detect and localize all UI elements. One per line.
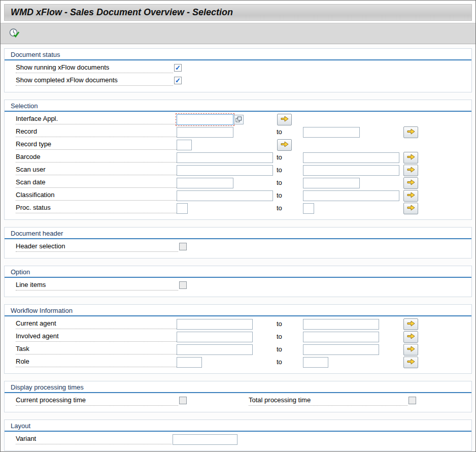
task-multiselect-button[interactable] xyxy=(403,344,418,356)
multiple-selection-arrow-icon xyxy=(406,191,416,201)
show-running-checkbox[interactable]: ✓ xyxy=(174,64,182,72)
row-involved-agent: Involved agent to xyxy=(5,331,471,344)
proc-status-from-input[interactable] xyxy=(177,203,188,214)
multiple-selection-arrow-icon xyxy=(280,115,289,124)
to-label: to xyxy=(277,191,282,199)
current-agent-to-input[interactable] xyxy=(303,319,379,330)
record-type-multiselect-button[interactable] xyxy=(277,139,292,151)
row-scan-date: Scan date to xyxy=(5,177,471,190)
row-header-selection: Header selection xyxy=(5,241,471,254)
row-show-completed: Show completed xFlow documents ✓ xyxy=(5,75,471,88)
field-label: Current agent xyxy=(16,319,177,329)
row-proc-status: Proc. status to xyxy=(5,203,471,215)
role-multiselect-button[interactable] xyxy=(403,357,418,368)
field-label: Total processing time xyxy=(249,396,407,406)
to-label: to xyxy=(277,358,282,366)
barcode-multiselect-button[interactable] xyxy=(403,152,418,164)
section-display-processing-times: Display processing times Current process… xyxy=(4,381,472,412)
scan-user-from-input[interactable] xyxy=(177,165,273,176)
record-multiselect-button[interactable] xyxy=(403,126,418,138)
to-label: to xyxy=(277,179,282,186)
row-variant: Variant xyxy=(5,434,471,446)
scan-user-multiselect-button[interactable] xyxy=(403,165,418,176)
task-from-input[interactable] xyxy=(177,344,253,355)
scan-date-from-input[interactable] xyxy=(177,178,233,188)
classification-to-input[interactable] xyxy=(303,190,399,201)
execute-button[interactable] xyxy=(7,26,22,41)
checkmark-icon: ✓ xyxy=(175,64,181,71)
multiple-selection-arrow-icon xyxy=(280,140,289,150)
to-label: to xyxy=(277,166,282,174)
field-label: Record type xyxy=(16,140,177,150)
total-processing-time-checkbox[interactable] xyxy=(409,397,416,404)
field-label: Role xyxy=(16,358,177,367)
to-label: to xyxy=(277,333,282,340)
field-label: Current processing time xyxy=(16,396,178,406)
value-help-icon[interactable] xyxy=(234,115,244,124)
field-label: Scan user xyxy=(16,166,177,175)
barcode-from-input[interactable] xyxy=(177,152,273,163)
current-agent-multiselect-button[interactable] xyxy=(403,318,418,330)
header-selection-checkbox[interactable] xyxy=(179,243,187,250)
variant-input[interactable] xyxy=(173,434,237,445)
proc-status-to-input[interactable] xyxy=(303,203,314,214)
current-processing-time-checkbox[interactable] xyxy=(179,397,187,404)
interface-appl-multiselect-button[interactable] xyxy=(277,114,292,125)
involved-agent-from-input[interactable] xyxy=(177,332,253,342)
multiple-selection-arrow-icon xyxy=(406,332,416,342)
to-label: to xyxy=(277,153,282,161)
involved-agent-multiselect-button[interactable] xyxy=(403,331,418,343)
checkmark-icon: ✓ xyxy=(175,77,181,84)
multiple-selection-arrow-icon xyxy=(406,127,416,137)
show-completed-checkbox[interactable]: ✓ xyxy=(174,77,182,84)
row-role: Role to xyxy=(5,357,471,369)
section-document-status: Document status Show running xFlow docum… xyxy=(4,48,472,92)
scan-date-multiselect-button[interactable] xyxy=(403,177,418,189)
to-label: to xyxy=(277,345,282,353)
row-task: Task to xyxy=(5,344,471,357)
section-selection: Selection Interface Appl. xyxy=(4,100,472,220)
application-toolbar xyxy=(1,23,475,44)
field-label: Show completed xFlow documents xyxy=(16,76,173,86)
involved-agent-to-input[interactable] xyxy=(303,332,379,342)
section-title: Option xyxy=(5,266,471,277)
section-option: Option Line items xyxy=(4,266,472,297)
field-label: Scan date xyxy=(16,178,177,188)
field-label: Proc. status xyxy=(16,204,177,213)
row-processing-times: Current processing time Total processing… xyxy=(5,395,471,408)
section-document-header: Document header Header selection xyxy=(4,227,472,259)
selection-screen: Document status Show running xFlow docum… xyxy=(1,44,475,451)
role-from-input[interactable] xyxy=(177,357,202,368)
row-scan-user: Scan user to xyxy=(5,165,471,177)
classification-multiselect-button[interactable] xyxy=(403,190,418,202)
row-interface-appl: Interface Appl. xyxy=(5,114,471,126)
record-from-input[interactable] xyxy=(177,127,233,138)
multiple-selection-arrow-icon xyxy=(406,178,416,188)
record-type-input[interactable] xyxy=(177,140,192,150)
field-label: Interface Appl. xyxy=(16,115,177,124)
multiple-selection-arrow-icon xyxy=(406,204,416,213)
scan-user-to-input[interactable] xyxy=(303,165,399,176)
section-title: Selection xyxy=(5,100,471,111)
proc-status-multiselect-button[interactable] xyxy=(403,203,418,214)
multiple-selection-arrow-icon xyxy=(406,153,416,163)
row-current-agent: Current agent to xyxy=(5,318,471,331)
interface-appl-input[interactable] xyxy=(177,114,233,125)
classification-from-input[interactable] xyxy=(177,190,273,201)
task-to-input[interactable] xyxy=(303,344,379,355)
field-label: Line items xyxy=(16,281,178,290)
scan-date-to-input[interactable] xyxy=(303,178,360,188)
multiple-selection-arrow-icon xyxy=(406,319,416,329)
record-to-input[interactable] xyxy=(303,127,360,138)
multiple-selection-arrow-icon xyxy=(406,358,416,367)
page-title: WMD xFlow - Sales Document Overview - Se… xyxy=(5,7,233,18)
field-label: Barcode xyxy=(16,153,177,163)
to-label: to xyxy=(277,320,282,328)
row-classification: Classification to xyxy=(5,190,471,203)
barcode-to-input[interactable] xyxy=(303,152,399,163)
role-to-input[interactable] xyxy=(303,357,328,368)
line-items-checkbox[interactable] xyxy=(179,281,187,289)
window-titlebar: WMD xFlow - Sales Document Overview - Se… xyxy=(4,4,472,21)
field-label: Show running xFlow documents xyxy=(16,63,173,73)
current-agent-from-input[interactable] xyxy=(177,319,253,330)
